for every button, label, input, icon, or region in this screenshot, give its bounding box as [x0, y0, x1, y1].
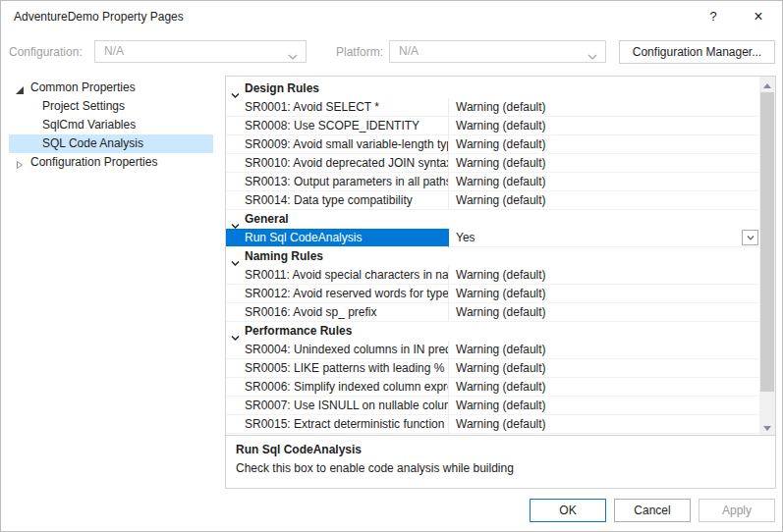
- table-row[interactable]: SR0001: Avoid SELECT * Warning (default): [226, 98, 759, 117]
- table-row[interactable]: SR0013: Output parameters in all paths W…: [226, 173, 759, 191]
- close-button[interactable]: ×: [741, 1, 776, 32]
- table-row[interactable]: SR0008: Use SCOPE_IDENTITY Warning (defa…: [226, 117, 759, 135]
- table-row[interactable]: SR0004: Unindexed columns in IN predic W…: [226, 341, 759, 359]
- table-row[interactable]: SR0005: LIKE patterns with leading % War…: [226, 359, 759, 378]
- scroll-up-icon[interactable]: [759, 77, 775, 92]
- section-header-design-rules[interactable]: Design Rules: [226, 80, 759, 98]
- cancel-button[interactable]: Cancel: [614, 499, 691, 522]
- chevron-down-icon: [231, 216, 240, 234]
- chevron-down-icon: [288, 49, 298, 63]
- tree-item-configuration-properties[interactable]: Configuration Properties: [9, 153, 213, 172]
- value-dropdown-button[interactable]: [742, 230, 758, 245]
- chevron-down-icon: [231, 328, 240, 346]
- table-row-run-sql-codeanalysis[interactable]: Run Sql CodeAnalysis Yes: [226, 229, 759, 247]
- platform-label: Platform:: [336, 45, 383, 59]
- close-icon: ×: [754, 8, 762, 25]
- description-title: Run Sql CodeAnalysis: [236, 443, 765, 456]
- table-row[interactable]: SR0009: Avoid small variable-length typ …: [226, 135, 759, 154]
- scrollbar-thumb[interactable]: [760, 92, 774, 392]
- help-icon: ?: [709, 9, 716, 24]
- apply-button[interactable]: Apply: [699, 499, 775, 522]
- configuration-value: N/A: [104, 44, 124, 58]
- tree-item-sql-code-analysis[interactable]: SQL Code Analysis: [9, 134, 213, 153]
- description-text: Check this box to enable code analysis w…: [236, 461, 514, 475]
- property-grid: Design Rules SR0001: Avoid SELECT * Warn…: [225, 76, 776, 489]
- platform-value: N/A: [399, 44, 419, 58]
- ok-button[interactable]: OK: [530, 499, 606, 522]
- chevron-down-icon: [587, 49, 597, 63]
- section-header-naming-rules[interactable]: Naming Rules: [226, 247, 759, 266]
- configuration-dropdown[interactable]: N/A: [94, 40, 307, 63]
- table-row[interactable]: SR0012: Avoid reserved words for type n …: [226, 285, 759, 303]
- section-header-general[interactable]: General: [226, 210, 759, 229]
- table-row[interactable]: SR0011: Avoid special characters in nam …: [226, 266, 759, 285]
- table-row[interactable]: SR0014: Data type compatibility Warning …: [226, 191, 759, 210]
- table-row[interactable]: SR0006: Simplify indexed column expres W…: [226, 378, 759, 397]
- table-row[interactable]: SR0007: Use ISNULL on nullable column Wa…: [226, 397, 759, 415]
- table-row[interactable]: SR0010: Avoid deprecated JOIN syntax War…: [226, 154, 759, 173]
- tree-item-project-settings[interactable]: Project Settings: [9, 97, 213, 116]
- configuration-label: Configuration:: [9, 45, 83, 59]
- property-grid-rows: Design Rules SR0001: Avoid SELECT * Warn…: [226, 77, 759, 435]
- chevron-down-icon: [231, 85, 240, 103]
- vertical-scrollbar[interactable]: [759, 77, 775, 435]
- tree-item-common-properties[interactable]: Common Properties: [9, 79, 213, 97]
- value-text: Yes: [456, 231, 475, 244]
- tree-item-sqlcmd-variables[interactable]: SqlCmd Variables: [9, 116, 213, 134]
- description-panel: Run Sql CodeAnalysis Check this box to e…: [226, 435, 775, 488]
- section-header-performance-rules[interactable]: Performance Rules: [226, 322, 759, 341]
- collapsed-icon[interactable]: [15, 157, 26, 168]
- expanded-icon[interactable]: [15, 82, 26, 93]
- scroll-down-icon[interactable]: [759, 419, 775, 435]
- table-row[interactable]: SR0015: Extract deterministic function c…: [226, 415, 759, 434]
- value-editor-cell[interactable]: Yes: [449, 229, 759, 247]
- property-tree: Common Properties Project Settings SqlCm…: [9, 79, 213, 172]
- chevron-down-icon: [747, 230, 755, 243]
- configuration-manager-button[interactable]: Configuration Manager...: [619, 40, 775, 64]
- table-row[interactable]: SR0016: Avoid sp_ prefix Warning (defaul…: [226, 303, 759, 322]
- help-button[interactable]: ?: [696, 1, 731, 32]
- title-bar: AdventureDemo Property Pages ? ×: [1, 1, 782, 32]
- property-pages-dialog: AdventureDemo Property Pages ? × Configu…: [0, 0, 783, 532]
- chevron-down-icon: [231, 253, 240, 271]
- platform-dropdown[interactable]: N/A: [389, 40, 606, 63]
- window-title: AdventureDemo Property Pages: [14, 10, 184, 24]
